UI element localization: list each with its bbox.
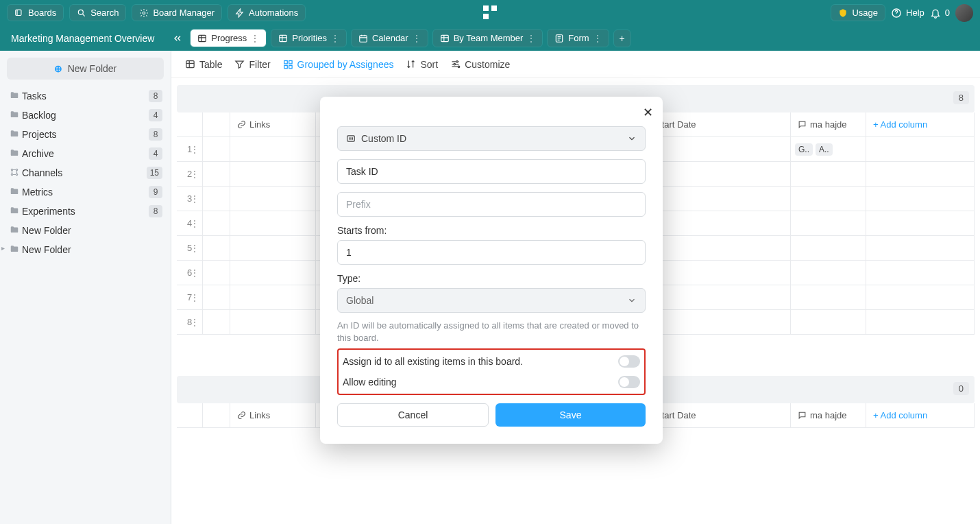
tab-menu-icon[interactable]: ⋮: [527, 34, 535, 43]
cell-links[interactable]: [230, 162, 316, 186]
cell-links[interactable]: [230, 236, 316, 260]
col-checkbox: [203, 112, 230, 136]
sidebar-item-tasks[interactable]: Tasks8: [0, 86, 171, 106]
sidebar-item-metrics[interactable]: Metrics9: [0, 182, 171, 202]
help-button[interactable]: Help: [891, 8, 924, 19]
row-checkbox[interactable]: [203, 137, 230, 161]
cell-mahajde[interactable]: G..A..: [791, 137, 866, 161]
cell-links[interactable]: [230, 310, 316, 334]
calendar-icon: [358, 34, 368, 43]
type-hint: An ID will be automatically assigned to …: [337, 320, 646, 344]
tool-customize[interactable]: Customize: [450, 59, 510, 70]
col-links[interactable]: Links: [230, 403, 316, 427]
row-checkbox[interactable]: [203, 162, 230, 186]
sidebar-item-backlog[interactable]: Backlog4: [0, 106, 171, 125]
column-name-input[interactable]: [337, 159, 646, 184]
tag-pill[interactable]: G..: [795, 143, 813, 156]
col-rownum: [177, 112, 203, 136]
cell-mahajde[interactable]: [791, 187, 866, 211]
cancel-button[interactable]: Cancel: [337, 403, 489, 427]
avatar[interactable]: [955, 4, 973, 22]
prefix-input[interactable]: [337, 192, 646, 217]
sidebar-item-experiments[interactable]: Experiments8: [0, 202, 171, 221]
col-links[interactable]: Links: [230, 112, 316, 136]
row-checkbox[interactable]: [203, 187, 230, 211]
row-checkbox[interactable]: [203, 285, 230, 309]
sidebar-item-archive[interactable]: Archive4: [0, 144, 171, 163]
new-folder-button[interactable]: ⊕ New Folder: [7, 58, 164, 80]
tool-filter[interactable]: Filter: [234, 59, 270, 70]
tab-priorities[interactable]: Priorities⋮: [271, 29, 347, 47]
row-menu-icon[interactable]: ⋮: [190, 144, 199, 155]
usage-button[interactable]: Usage: [831, 4, 885, 21]
assign-existing-toggle[interactable]: [618, 355, 640, 368]
type-select[interactable]: Global: [337, 288, 646, 313]
tool-table[interactable]: Table: [185, 59, 222, 70]
cell-links[interactable]: [230, 187, 316, 211]
svg-rect-4: [491, 5, 497, 11]
sidebar-item-projects[interactable]: Projects8: [0, 125, 171, 144]
row-menu-icon[interactable]: ⋮: [190, 169, 199, 180]
add-column-button[interactable]: + Add column: [866, 112, 975, 136]
cell-mahajde[interactable]: [791, 236, 866, 260]
tab-menu-icon[interactable]: ⋮: [593, 34, 602, 43]
close-icon[interactable]: ✕: [643, 105, 653, 120]
breadcrumb[interactable]: Marketing Management Overview: [0, 33, 165, 44]
tab-menu-icon[interactable]: ⋮: [251, 34, 259, 43]
help-icon: [891, 8, 902, 19]
row-menu-icon[interactable]: ⋮: [190, 292, 199, 303]
cell-mahajde[interactable]: [791, 261, 866, 285]
tool-sort[interactable]: Sort: [406, 59, 438, 70]
col-mahajde-label: ma hajde: [810, 410, 846, 420]
cell-mahajde[interactable]: [791, 162, 866, 186]
cell-links[interactable]: [230, 137, 316, 161]
add-column-button[interactable]: + Add column: [866, 403, 975, 427]
add-view-button[interactable]: +: [613, 29, 631, 47]
allow-editing-toggle[interactable]: [618, 376, 640, 388]
row-menu-icon[interactable]: ⋮: [190, 193, 199, 204]
cell-mahajde[interactable]: [791, 211, 866, 235]
row-menu-icon[interactable]: ⋮: [190, 267, 199, 278]
svg-point-2: [143, 12, 146, 14]
tab-menu-icon[interactable]: ⋮: [331, 34, 339, 43]
cell-mahajde[interactable]: [791, 285, 866, 309]
tag-pill[interactable]: A..: [816, 143, 833, 156]
cell-empty: [866, 310, 975, 334]
col-mahajde[interactable]: ma hajde: [791, 403, 866, 427]
row-menu-icon[interactable]: ⋮: [190, 243, 199, 254]
tab-by-team-member[interactable]: By Team Member⋮: [432, 29, 543, 47]
cell-mahajde[interactable]: [791, 310, 866, 334]
sidebar-item-new-folder[interactable]: New Folder: [0, 221, 171, 240]
collapse-sidebar-icon[interactable]: [165, 33, 190, 44]
tab-progress[interactable]: Progress⋮: [190, 29, 267, 47]
row-checkbox[interactable]: [203, 211, 230, 235]
cell-links[interactable]: [230, 211, 316, 235]
col-rownum: [177, 403, 203, 427]
row-menu-icon[interactable]: ⋮: [190, 317, 199, 328]
row-checkbox[interactable]: [203, 236, 230, 260]
table-icon: [197, 34, 207, 43]
board-manager-button[interactable]: Board Manager: [132, 4, 222, 21]
cell-links[interactable]: [230, 261, 316, 285]
chat-icon: [798, 411, 807, 420]
tab-menu-icon[interactable]: ⋮: [413, 34, 421, 43]
save-button[interactable]: Save: [495, 403, 646, 427]
notifications-button[interactable]: 0: [930, 8, 950, 19]
row-checkbox[interactable]: [203, 261, 230, 285]
automations-button[interactable]: Automations: [228, 4, 306, 21]
sidebar-item-new-folder[interactable]: ▸New Folder: [0, 240, 171, 259]
tool-group[interactable]: Grouped by Assignees: [283, 59, 394, 70]
tab-calendar[interactable]: Calendar⋮: [351, 29, 428, 47]
column-type-select[interactable]: Custom ID: [337, 126, 646, 151]
folder-icon: [10, 129, 19, 139]
sidebar-item-channels[interactable]: Channels15: [0, 163, 171, 182]
cell-links[interactable]: [230, 285, 316, 309]
row-menu-icon[interactable]: ⋮: [190, 218, 199, 229]
search-button[interactable]: Search: [69, 4, 126, 21]
col-mahajde[interactable]: ma hajde: [791, 112, 866, 136]
sort-icon: [406, 59, 416, 69]
row-checkbox[interactable]: [203, 310, 230, 334]
tab-form[interactable]: Form⋮: [547, 29, 609, 47]
starts-from-input[interactable]: [337, 240, 646, 265]
boards-button[interactable]: Boards: [7, 4, 64, 21]
